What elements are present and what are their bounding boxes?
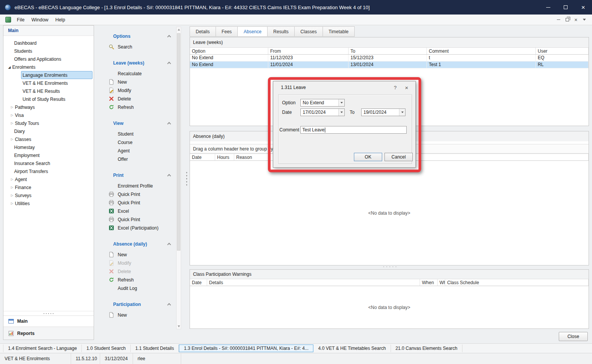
- sidebar-item-agent[interactable]: ▷Agent: [3, 175, 94, 183]
- chevron-up-icon[interactable]: [167, 122, 171, 126]
- action-view-offer[interactable]: Offer: [94, 155, 182, 163]
- collapsed-arrow-icon[interactable]: ▷: [9, 121, 15, 125]
- expanded-arrow-icon[interactable]: ◢: [6, 65, 12, 69]
- section-options[interactable]: Options: [113, 34, 170, 39]
- chevron-up-icon[interactable]: [167, 243, 171, 247]
- sidebar-item-unit-of-study-results[interactable]: Unit of Study Results: [3, 95, 94, 103]
- action-participation-new[interactable]: New: [94, 311, 182, 319]
- column-header-date[interactable]: Date: [190, 154, 215, 160]
- action-leave-modify[interactable]: Modify: [94, 86, 182, 95]
- combo-dropdown-button[interactable]: [399, 109, 405, 116]
- column-header-option[interactable]: Option: [190, 48, 268, 54]
- sidebar-item-vet-he-enrolments[interactable]: VET & HE Enrolments: [3, 79, 94, 87]
- action-recalculate[interactable]: Recalculate: [94, 70, 182, 78]
- mdi-child-icon[interactable]: [5, 17, 11, 23]
- sidebar-item-insurance-search[interactable]: Insurance Search: [3, 159, 94, 167]
- leave-row-2-selected[interactable]: No Extend 11/01/2024 13/01/2024 Test 1 R…: [190, 61, 589, 68]
- taskbar-item-canvas-elements[interactable]: 21.0 Canvas Elements Search: [391, 345, 462, 352]
- chevron-up-icon[interactable]: [167, 35, 171, 39]
- column-header-wh[interactable]: Wh: [438, 279, 445, 286]
- action-leave-new[interactable]: New: [94, 78, 182, 86]
- chevron-up-icon[interactable]: [167, 62, 171, 66]
- comment-input[interactable]: Test Leave: [300, 126, 407, 134]
- column-header-class-schedule[interactable]: Class Schedule: [445, 279, 589, 286]
- close-form-button[interactable]: Close: [559, 332, 588, 341]
- mdi-minimize-icon[interactable]: [557, 19, 560, 20]
- scroll-up-icon[interactable]: [178, 29, 180, 31]
- sidebar-item-language-enrolments[interactable]: Language Enrolments: [3, 71, 94, 79]
- menu-help[interactable]: Help: [52, 16, 69, 24]
- nav-footer-reports[interactable]: Reports: [3, 327, 94, 340]
- action-excel[interactable]: Excel: [94, 207, 182, 215]
- section-view[interactable]: View: [113, 121, 170, 126]
- column-header-user[interactable]: User: [536, 48, 589, 54]
- action-excel-participation[interactable]: Excel (Participation): [94, 224, 182, 232]
- action-absence-new[interactable]: New: [94, 251, 182, 259]
- action-leave-delete[interactable]: Delete: [94, 95, 182, 103]
- sidebar-item-dashboard[interactable]: Dashboard: [3, 39, 94, 47]
- taskbar-item-student-search[interactable]: 1.0 Student Search: [82, 345, 131, 352]
- chevron-up-icon[interactable]: [167, 174, 171, 178]
- mdi-more-icon[interactable]: [583, 19, 586, 21]
- tab-details[interactable]: Details: [190, 26, 216, 37]
- sidebar-item-pathways[interactable]: ▷Pathways: [3, 103, 94, 111]
- sidebar-item-vet-he-results[interactable]: VET & HE Results: [3, 87, 94, 95]
- menu-window[interactable]: Window: [28, 16, 52, 24]
- tab-classes[interactable]: Classes: [294, 26, 323, 37]
- maximize-button[interactable]: [557, 0, 574, 15]
- action-view-course[interactable]: Course: [94, 138, 182, 147]
- action-view-student[interactable]: Student: [94, 130, 182, 138]
- minimize-button[interactable]: [539, 0, 557, 15]
- action-view-agent[interactable]: Agent: [94, 147, 182, 155]
- tab-timetable[interactable]: Timetable: [323, 26, 355, 37]
- taskbar-item-vet-he-timetables[interactable]: 4.0 VET & HE Timetables Search: [313, 345, 391, 352]
- action-leave-refresh[interactable]: Refresh: [94, 103, 182, 112]
- collapsed-arrow-icon[interactable]: ▷: [9, 186, 15, 189]
- sidebar-item-airport-transfers[interactable]: Airport Transfers: [3, 167, 94, 175]
- taskbar-item-enrolment-search[interactable]: 1.4 Enrolment Search - Language: [3, 345, 82, 352]
- sidebar-item-study-tours[interactable]: ▷Study Tours: [3, 119, 94, 127]
- collapsed-arrow-icon[interactable]: ▷: [9, 105, 15, 109]
- column-header-hours[interactable]: Hours: [215, 154, 234, 160]
- nav-footer-main[interactable]: Main: [3, 315, 94, 327]
- menu-file[interactable]: File: [13, 16, 28, 24]
- cancel-button[interactable]: Cancel: [384, 153, 413, 161]
- column-header-comment[interactable]: Comment: [427, 48, 536, 54]
- sidebar-item-finance[interactable]: ▷Finance: [3, 183, 94, 191]
- sidebar-item-visa[interactable]: ▷Visa: [3, 111, 94, 119]
- collapsed-arrow-icon[interactable]: ▷: [9, 202, 15, 205]
- sidebar-item-students[interactable]: Students: [3, 47, 94, 55]
- nav-splitter-grip[interactable]: [3, 311, 94, 315]
- collapsed-arrow-icon[interactable]: ▷: [9, 138, 15, 141]
- column-header-details[interactable]: Details: [207, 279, 420, 286]
- ok-button[interactable]: OK: [354, 153, 382, 161]
- action-quick-print-2[interactable]: Quick Print: [94, 199, 182, 207]
- sidebar-item-surveys[interactable]: ▷Surveys: [3, 191, 94, 199]
- sidebar-item-enrolments[interactable]: ◢Enrolments: [3, 63, 94, 71]
- action-quick-print-1[interactable]: Quick Print: [94, 190, 182, 199]
- column-header-date[interactable]: Date: [190, 279, 207, 286]
- collapsed-arrow-icon[interactable]: ▷: [9, 194, 15, 197]
- leave-row-1[interactable]: No Extend 11/12/2023 15/12/2023 t EQ: [190, 55, 589, 61]
- collapsed-arrow-icon[interactable]: ▷: [9, 178, 15, 181]
- combo-dropdown-button[interactable]: [338, 109, 344, 116]
- option-combobox[interactable]: No Extend: [300, 99, 345, 107]
- mdi-restore-icon[interactable]: [566, 18, 569, 21]
- chevron-up-icon[interactable]: [167, 303, 171, 307]
- tab-absence[interactable]: Absence: [237, 26, 268, 37]
- actions-scrollbar[interactable]: [176, 27, 181, 329]
- sidebar-item-utilities[interactable]: ▷Utilities: [3, 199, 94, 207]
- tab-results[interactable]: Results: [267, 26, 295, 37]
- tab-fees[interactable]: Fees: [216, 26, 238, 37]
- column-header-to[interactable]: To: [349, 48, 427, 54]
- section-participation[interactable]: Participation: [113, 302, 170, 307]
- section-leave-weeks[interactable]: Leave (weeks): [113, 60, 170, 66]
- taskbar-item-enrol-details[interactable]: 1.3 Enrol Details - S#: 0000031841 PITTM…: [179, 345, 313, 352]
- date-to-picker[interactable]: 19/01/2024: [361, 108, 405, 116]
- dialog-help-button[interactable]: ?: [389, 83, 401, 92]
- dialog-titlebar[interactable]: 1.311 Leave ? ×: [273, 81, 415, 94]
- sidebar-item-diary[interactable]: Diary: [3, 127, 94, 135]
- column-header-when[interactable]: When: [420, 279, 438, 286]
- sidebar-item-employment[interactable]: Employment: [3, 151, 94, 159]
- sidebar-item-classes[interactable]: ▷Classes: [3, 135, 94, 143]
